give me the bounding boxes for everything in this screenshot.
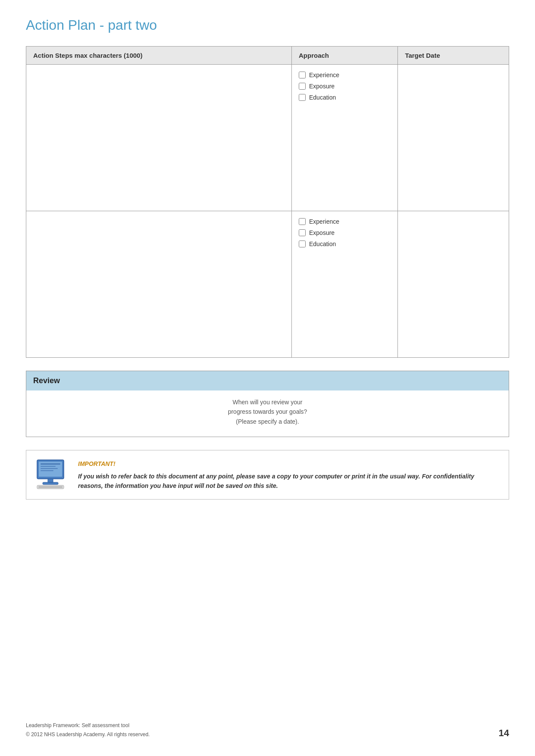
checkbox-input-education-2[interactable]	[299, 241, 306, 247]
review-line1: When will you review your	[233, 399, 303, 406]
col-header-approach: Approach	[292, 47, 398, 65]
important-body: If you wish to refer back to this docume…	[78, 472, 500, 491]
approach-cell-1: Experience Exposure Education	[292, 65, 398, 211]
footer-left: Leadership Framework: Self assessment to…	[26, 721, 150, 739]
target-date-input-1[interactable]	[405, 72, 502, 204]
checkbox-input-experience-1[interactable]	[299, 72, 306, 78]
review-text: When will you review your progress towar…	[44, 397, 491, 426]
checkbox-label-experience-1: Experience	[309, 72, 339, 78]
action-steps-input-2[interactable]	[33, 218, 285, 350]
footer-line1: Leadership Framework: Self assessment to…	[26, 721, 150, 730]
svg-rect-2	[41, 463, 60, 465]
action-plan-table: Action Steps max characters (1000) Appro…	[26, 46, 509, 358]
svg-rect-3	[41, 466, 56, 467]
table-row: Experience Exposure Education	[26, 211, 509, 358]
action-steps-input-1[interactable]	[33, 72, 285, 204]
target-date-cell-2[interactable]	[398, 211, 509, 358]
approach-checkboxes-2: Experience Exposure Education	[299, 218, 391, 247]
col-header-target: Target Date	[398, 47, 509, 65]
svg-rect-5	[41, 470, 53, 471]
checkbox-label-exposure-2: Exposure	[309, 229, 335, 236]
col-header-action: Action Steps max characters (1000)	[26, 47, 292, 65]
checkbox-education-2[interactable]: Education	[299, 241, 391, 247]
checkbox-input-experience-2[interactable]	[299, 218, 306, 225]
checkbox-exposure-2[interactable]: Exposure	[299, 229, 391, 236]
svg-rect-7	[43, 482, 58, 484]
svg-rect-9	[38, 486, 63, 488]
checkbox-input-exposure-2[interactable]	[299, 229, 306, 236]
action-steps-cell-2[interactable]	[26, 211, 292, 358]
checkbox-education-1[interactable]: Education	[299, 94, 391, 101]
important-text-block: IMPORTANT! If you wish to refer back to …	[78, 459, 500, 490]
checkbox-input-education-1[interactable]	[299, 94, 306, 101]
page-number: 14	[499, 728, 509, 739]
review-header: Review	[26, 371, 509, 390]
footer-line2: © 2012 NHS Leadership Academy. All right…	[26, 730, 150, 739]
approach-checkboxes-1: Experience Exposure Education	[299, 72, 391, 101]
checkbox-input-exposure-1[interactable]	[299, 83, 306, 90]
checkbox-experience-2[interactable]: Experience	[299, 218, 391, 225]
review-body: When will you review your progress towar…	[26, 390, 509, 437]
action-steps-cell-1[interactable]	[26, 65, 292, 211]
svg-rect-4	[41, 468, 58, 469]
table-row: Experience Exposure Education	[26, 65, 509, 211]
computer-icon	[35, 459, 69, 489]
checkbox-exposure-1[interactable]: Exposure	[299, 83, 391, 90]
review-section: Review When will you review your progres…	[26, 371, 509, 437]
checkbox-label-exposure-1: Exposure	[309, 83, 335, 90]
target-date-input-2[interactable]	[405, 218, 502, 350]
checkbox-experience-1[interactable]: Experience	[299, 72, 391, 78]
review-line3: (Please specify a date).	[236, 418, 299, 425]
checkbox-label-education-1: Education	[309, 94, 336, 101]
important-section: IMPORTANT! If you wish to refer back to …	[26, 450, 509, 500]
page-title: Action Plan - part two	[26, 17, 509, 33]
important-label: IMPORTANT!	[78, 459, 500, 469]
svg-rect-6	[48, 479, 53, 482]
review-line2: progress towards your goals?	[228, 408, 307, 415]
approach-cell-2: Experience Exposure Education	[292, 211, 398, 358]
checkbox-label-experience-2: Experience	[309, 218, 339, 225]
footer: Leadership Framework: Self assessment to…	[26, 721, 509, 739]
checkbox-label-education-2: Education	[309, 241, 336, 247]
target-date-cell-1[interactable]	[398, 65, 509, 211]
